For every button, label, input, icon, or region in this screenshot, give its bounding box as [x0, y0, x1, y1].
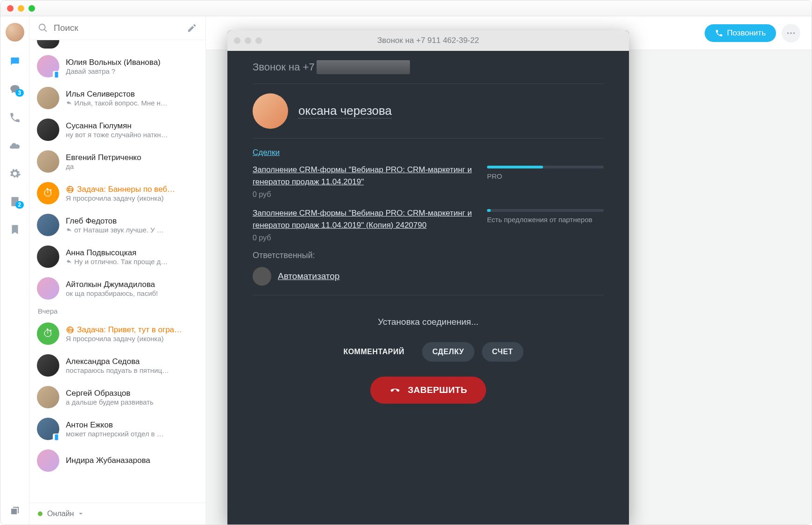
chat-name: Илья Селиверстов: [66, 90, 198, 99]
search-icon: [38, 23, 48, 33]
chat-name: Евгений Петриченко: [66, 153, 198, 162]
deal-link[interactable]: Заполнение CRM-формы "Вебинар PRO: CRM-м…: [253, 209, 472, 230]
more-icon: [786, 28, 796, 38]
responsible-name[interactable]: Автоматизатор: [278, 271, 339, 281]
chat-name: Сусанна Гюлумян: [66, 121, 198, 131]
chat-avatar: [37, 40, 59, 49]
chat-avatar: [37, 354, 59, 377]
nav-contacts[interactable]: 3: [9, 84, 21, 98]
chat-item[interactable]: Александра Седовапостараюсь подуать в пя…: [29, 350, 205, 381]
svg-point-4: [793, 32, 795, 34]
chat-avatar: [37, 245, 59, 268]
svg-point-3: [790, 32, 792, 34]
search-input[interactable]: [54, 23, 181, 33]
window-titlebar: [0, 0, 812, 16]
invoice-button[interactable]: СЧЕТ: [482, 342, 523, 362]
call-modal: Звонок на +7 911 462-39-22 Звонок на +7 …: [227, 30, 629, 525]
chat-avatar: [37, 277, 59, 300]
call-button[interactable]: Позвонить: [705, 24, 776, 42]
chat-avatar: [37, 418, 59, 440]
window-minimize-button[interactable]: [18, 5, 24, 12]
chat-item[interactable]: Юлия Вольных (Иванова)Давай завтра ?: [29, 50, 205, 82]
nav-rail: 3 2: [0, 16, 29, 525]
chat-item[interactable]: Сергей Образцова дальше будем развивать: [29, 381, 205, 413]
profile-avatar[interactable]: [6, 23, 24, 42]
nav-chats[interactable]: [9, 56, 21, 70]
chat-preview: а дальше будем развивать: [66, 398, 198, 406]
chevron-down-icon: [78, 511, 83, 516]
deal-row: Заполнение CRM-формы "Вебинар PRO: CRM-м…: [253, 207, 604, 242]
window-close-button[interactable]: [7, 5, 14, 12]
call-modal-title: Звонок на +7 911 462-39-22: [377, 36, 479, 45]
chat-avatar: [37, 386, 59, 408]
chat-preview: Давай завтра ?: [66, 67, 198, 75]
chat-name: Анна Подвысоцкая: [66, 248, 198, 258]
responsible-avatar: [253, 267, 271, 286]
contact-name[interactable]: оксана черезова: [298, 104, 392, 119]
chat-name: Юлия Вольных (Иванова): [66, 58, 198, 67]
chat-item[interactable]: Илья СеливерстовИлья, такой вопрос. Мне …: [29, 82, 205, 114]
chat-item[interactable]: Айтолкын Джумадиловаок ща поразбираюсь, …: [29, 273, 205, 304]
phone-icon: [715, 29, 723, 37]
chat-item[interactable]: Сусанна Гюлумянну вот я тоже случайно на…: [29, 114, 205, 146]
status-dot-icon: [38, 511, 42, 516]
chat-preview: Я просрочила задачу (иконка): [66, 194, 198, 202]
chat-item[interactable]: Анна ПодвысоцкаяНу и отлично. Так проще …: [29, 241, 205, 273]
end-call-button[interactable]: ЗАВЕРШИТЬ: [370, 377, 486, 404]
modal-minimize-button[interactable]: [245, 37, 251, 44]
chat-avatar: [37, 449, 59, 472]
deal-amount: 0 руб: [253, 234, 472, 242]
main-area: Позвонить Звонок на +7 911 462-39-22: [206, 16, 812, 525]
deal-progress: [487, 166, 604, 168]
hangup-icon: [389, 384, 401, 396]
chat-item[interactable]: Глеб Федотовот Наташи звук лучше. У …: [29, 209, 205, 241]
compose-icon[interactable]: [187, 23, 197, 33]
chat-avatar: [37, 55, 59, 77]
comment-button[interactable]: КОММЕНТАРИЙ: [333, 342, 415, 362]
responsible-label: Ответственный:: [253, 251, 604, 260]
chat-item[interactable]: Антон Ежковможет партнерский отдел в …: [29, 413, 205, 445]
copy-icon[interactable]: [9, 505, 21, 516]
chat-name: Глеб Федотов: [66, 217, 198, 226]
chat-item[interactable]: [29, 40, 205, 50]
deal-button[interactable]: СДЕЛКУ: [422, 342, 474, 362]
chat-avatar: [37, 214, 59, 236]
chat-list: Юлия Вольных (Иванова)Давай завтра ?Илья…: [29, 40, 205, 503]
chat-preview: да: [66, 162, 198, 170]
nav-forms[interactable]: 2: [9, 196, 21, 210]
chat-name: Задача: Привет, тут в огра…: [66, 325, 198, 335]
chat-item[interactable]: Евгений Петриченкода: [29, 146, 205, 177]
section-label: Вчера: [29, 304, 205, 318]
deal-link[interactable]: Заполнение CRM-формы "Вебинар PRO: CRM-м…: [253, 165, 472, 186]
deal-stage: Есть предложения от партнеров: [487, 216, 604, 224]
nav-disk[interactable]: [9, 140, 21, 154]
nav-bookmarks[interactable]: [9, 224, 21, 238]
modal-zoom-button[interactable]: [255, 37, 262, 44]
chat-list-column: Юлия Вольных (Иванова)Давай завтра ?Илья…: [29, 16, 206, 525]
call-modal-titlebar: Звонок на +7 911 462-39-22: [227, 30, 629, 51]
more-button[interactable]: [782, 24, 800, 42]
end-call-label: ЗАВЕРШИТЬ: [408, 385, 467, 395]
forms-badge: 2: [15, 201, 24, 209]
chat-preview: Ну и отлично. Так проще д…: [66, 258, 198, 266]
nav-calls[interactable]: [9, 112, 21, 126]
nav-settings[interactable]: [9, 168, 21, 182]
window-zoom-button[interactable]: [28, 5, 35, 12]
presence-status[interactable]: Онлайн: [29, 503, 205, 525]
deal-amount: 0 руб: [253, 190, 472, 199]
chat-avatar: ⏱: [37, 322, 59, 345]
chat-avatar: [37, 119, 59, 141]
chat-preview: от Наташи звук лучше. У …: [66, 226, 198, 234]
chat-preview: Я просрочила задачу (иконка): [66, 335, 198, 343]
chat-item[interactable]: Индира Жубаназарова: [29, 445, 205, 476]
redacted-number: [317, 60, 410, 74]
chat-item[interactable]: ⏱Задача: Привет, тут в огра…Я просрочила…: [29, 318, 205, 350]
chat-avatar: ⏱: [37, 182, 59, 204]
contact-row: оксана черезова: [253, 93, 604, 129]
svg-rect-0: [55, 72, 58, 78]
modal-close-button[interactable]: [234, 37, 240, 44]
chat-preview: может партнерский отдел в …: [66, 430, 198, 438]
deals-link[interactable]: Сделки: [253, 148, 280, 157]
contacts-badge: 3: [15, 89, 24, 97]
chat-item[interactable]: ⏱Задача: Баннеры по веб…Я просрочила зад…: [29, 177, 205, 209]
